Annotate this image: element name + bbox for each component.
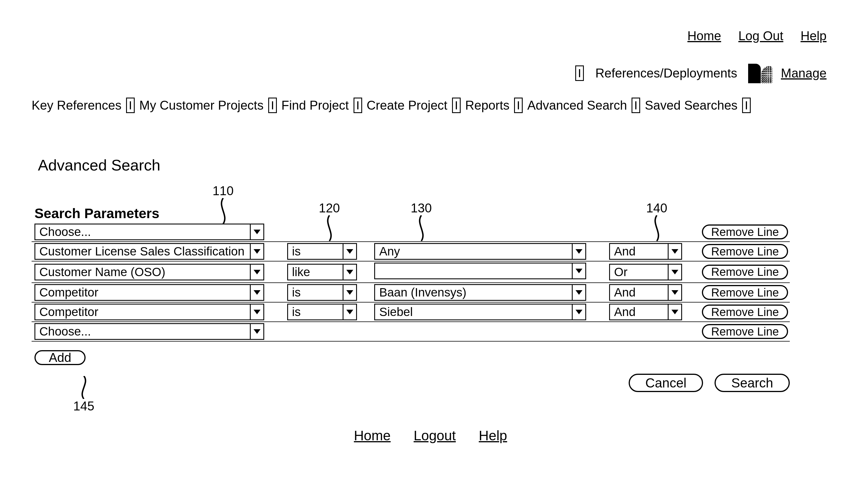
main-nav: Key References My Customer Projects Find…: [31, 98, 826, 113]
cancel-button[interactable]: Cancel: [629, 374, 703, 392]
nav-item-key-references[interactable]: Key References: [31, 98, 122, 112]
chevron-down-icon: [343, 265, 356, 280]
field-select[interactable]: Customer License Sales Classification: [35, 243, 264, 260]
manage-link[interactable]: Manage: [781, 66, 826, 80]
remove-line-button[interactable]: Remove Line: [702, 265, 788, 280]
logo-icon: [748, 63, 772, 83]
search-row: Customer License Sales ClassificationisA…: [31, 242, 790, 261]
operator-select[interactable]: is: [287, 284, 357, 301]
join-select[interactable]: Or: [609, 264, 682, 280]
remove-line-button[interactable]: Remove Line: [702, 224, 788, 239]
search-parameters-table: Choose...Remove LineCustomer License Sal…: [31, 223, 790, 341]
value-select[interactable]: [374, 263, 586, 279]
operator-select[interactable]: is: [287, 243, 357, 260]
footer-link-logout[interactable]: Logout: [413, 428, 456, 444]
chevron-down-icon: [572, 285, 585, 300]
divider-box-icon: [575, 66, 584, 81]
chevron-down-icon: [668, 265, 681, 280]
field-select-value: Competitor: [35, 285, 250, 300]
operator-select-value: is: [288, 244, 343, 259]
page-title: Advanced Search: [38, 156, 826, 174]
value-select[interactable]: Baan (Invensys): [374, 284, 586, 301]
chevron-down-icon: [572, 244, 585, 259]
chevron-down-icon: [668, 244, 681, 259]
search-row: CompetitorisSiebelAndRemove Line: [31, 302, 790, 322]
value-select-value: [375, 264, 572, 278]
divider-box-icon: [742, 98, 751, 113]
chevron-down-icon: [250, 305, 263, 320]
chevron-down-icon: [250, 285, 263, 300]
operator-select-value: like: [288, 265, 343, 280]
operator-select-value: is: [288, 285, 343, 300]
divider-box-icon: [514, 98, 523, 113]
nav-item-my-customer-projects[interactable]: My Customer Projects: [139, 98, 264, 112]
chevron-down-icon: [343, 305, 356, 320]
remove-line-button[interactable]: Remove Line: [702, 305, 788, 320]
nav-item-advanced-search[interactable]: Advanced Search: [527, 98, 627, 112]
chevron-down-icon: [250, 324, 263, 339]
nav-item-reports[interactable]: Reports: [465, 98, 509, 112]
search-button[interactable]: Search: [714, 374, 790, 392]
search-row: Choose...Remove Line: [31, 223, 790, 242]
operator-select[interactable]: is: [287, 304, 357, 320]
search-row: CompetitorisBaan (Invensys)AndRemove Lin…: [31, 283, 790, 302]
field-select[interactable]: Competitor: [35, 304, 264, 320]
footer-links: Home Logout Help: [0, 428, 861, 444]
chevron-down-icon: [572, 305, 585, 320]
join-select[interactable]: And: [609, 243, 682, 260]
search-parameters-heading: Search Parameters: [35, 206, 826, 221]
join-select-value: And: [610, 285, 668, 300]
footer-link-home[interactable]: Home: [354, 428, 391, 444]
divider-box-icon: [126, 98, 135, 113]
divider-box-icon: [268, 98, 277, 113]
divider-box-icon: [452, 98, 461, 113]
remove-line-button[interactable]: Remove Line: [702, 324, 788, 339]
operator-select-value: is: [288, 305, 343, 320]
field-select[interactable]: Customer Name (OSO): [35, 264, 264, 280]
top-link-logout[interactable]: Log Out: [738, 29, 783, 43]
join-select-value: And: [610, 305, 668, 320]
field-select[interactable]: Competitor: [35, 284, 264, 301]
chevron-down-icon: [572, 264, 585, 278]
join-select[interactable]: And: [609, 304, 682, 320]
references-deployments-label: References/Deployments: [595, 66, 737, 80]
field-select-value: Competitor: [35, 305, 250, 320]
top-link-home[interactable]: Home: [687, 29, 721, 43]
divider-box-icon: [354, 98, 362, 113]
value-select-value: Baan (Invensys): [375, 285, 572, 300]
field-select-value: Choose...: [35, 324, 250, 339]
value-select[interactable]: Any: [374, 243, 586, 260]
join-select-value: And: [610, 244, 668, 259]
chevron-down-icon: [250, 224, 263, 239]
remove-line-button[interactable]: Remove Line: [702, 285, 788, 300]
top-links: Home Log Out Help: [31, 29, 826, 43]
secondary-bar: References/Deployments Manage: [31, 63, 826, 83]
action-row: Cancel Search: [31, 374, 790, 392]
add-button[interactable]: Add: [35, 350, 85, 365]
chevron-down-icon: [250, 265, 263, 280]
nav-item-find-project[interactable]: Find Project: [282, 98, 349, 112]
search-row: Choose...Remove Line: [31, 322, 790, 341]
operator-select[interactable]: like: [287, 264, 357, 280]
field-select[interactable]: Choose...: [35, 224, 264, 240]
value-select-value: Any: [375, 244, 572, 259]
join-select[interactable]: And: [609, 284, 682, 301]
chevron-down-icon: [343, 285, 356, 300]
chevron-down-icon: [668, 305, 681, 320]
divider-box-icon: [631, 98, 640, 113]
field-select-value: Customer License Sales Classification: [35, 244, 250, 259]
top-link-help[interactable]: Help: [801, 29, 827, 43]
search-row: Customer Name (OSO)likeOrRemove Line: [31, 261, 790, 283]
chevron-down-icon: [250, 244, 263, 259]
footer-link-help[interactable]: Help: [479, 428, 507, 444]
nav-item-saved-searches[interactable]: Saved Searches: [645, 98, 738, 112]
field-select[interactable]: Choose...: [35, 323, 264, 340]
value-select[interactable]: Siebel: [374, 304, 586, 320]
field-select-value: Choose...: [35, 224, 250, 239]
remove-line-button[interactable]: Remove Line: [702, 244, 788, 259]
chevron-down-icon: [668, 285, 681, 300]
nav-item-create-project[interactable]: Create Project: [367, 98, 448, 112]
join-select-value: Or: [610, 265, 668, 280]
value-select-value: Siebel: [375, 305, 572, 320]
field-select-value: Customer Name (OSO): [35, 265, 250, 280]
